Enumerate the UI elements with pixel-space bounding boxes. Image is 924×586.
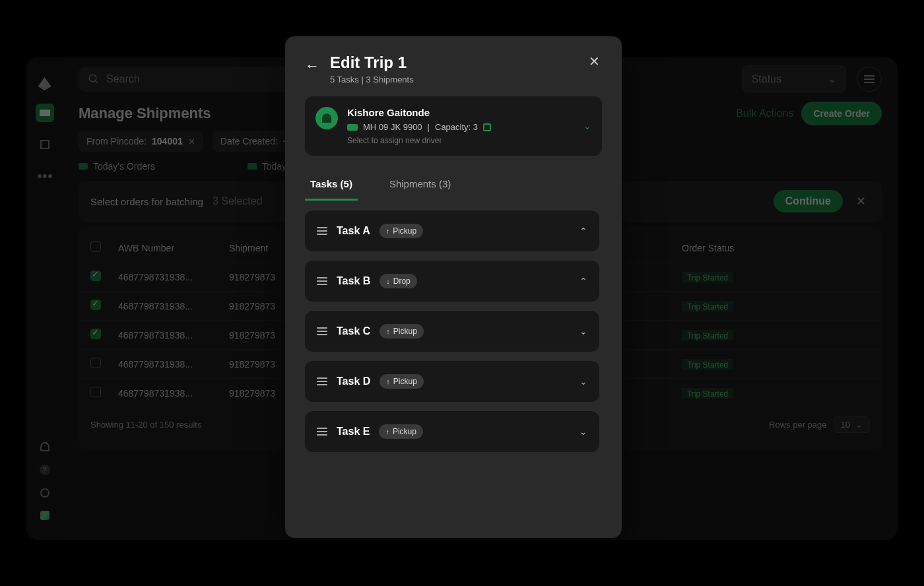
driver-name: Kishore Gaitonde: [347, 107, 574, 118]
tasks-list: Task A↑Pickup⌃Task B↓Drop⌃Task C↑Pickup⌄…: [305, 211, 602, 452]
cube-icon: [40, 140, 50, 149]
task-type-badge: ↑Pickup: [379, 424, 423, 439]
close-button[interactable]: ✕: [586, 53, 602, 69]
status-dropdown[interactable]: Status ⌄: [742, 65, 846, 92]
package-icon: [483, 123, 491, 131]
batch-label: Select orders for batching: [90, 196, 203, 207]
chevron-down-icon[interactable]: ⌄: [579, 376, 587, 387]
status-badge: Trip Started: [682, 301, 733, 311]
cell-awb: 4687798731938...: [118, 359, 217, 370]
status-badge: Trip Started: [682, 359, 733, 370]
close-icon[interactable]: ✕: [188, 137, 195, 146]
filter-label: From Pincode:: [86, 136, 147, 146]
modal-header: ← Edit Trip 1 5 Tasks | 3 Shipments ✕: [305, 53, 602, 84]
search-icon: [88, 73, 100, 85]
filter-value: 104001: [152, 136, 183, 146]
status-badge: Trip Started: [682, 330, 733, 341]
nav-shipments[interactable]: [36, 104, 54, 122]
nav-inventory[interactable]: [36, 135, 54, 154]
bell-icon[interactable]: [40, 442, 50, 451]
bulk-actions-link[interactable]: Bulk Actions: [736, 108, 793, 119]
help-icon[interactable]: ?: [40, 465, 50, 475]
box-icon: [79, 163, 88, 170]
driver-card[interactable]: Kishore Gaitonde MH 09 JK 9900 | Capacit…: [305, 96, 602, 156]
drag-handle-icon[interactable]: [317, 327, 327, 335]
cell-awb: 4687798731938...: [118, 330, 217, 341]
chevron-down-icon[interactable]: ⌄: [579, 326, 587, 337]
task-card[interactable]: Task E↑Pickup⌄: [305, 411, 599, 452]
task-card[interactable]: Task A↑Pickup⌃: [305, 211, 599, 251]
rpp-dropdown[interactable]: 10⌄: [834, 416, 870, 433]
svg-line-1: [95, 81, 98, 83]
logo-icon: [38, 77, 51, 90]
arrow-icon: ↑: [386, 327, 390, 335]
avatar-icon: [315, 107, 338, 129]
task-name: Task E: [337, 426, 370, 438]
driver-meta: MH 09 JK 9900 | Capacity: 3: [347, 122, 574, 132]
continue-button[interactable]: Continue: [774, 190, 843, 212]
batch-selected: 3 Selected: [213, 195, 263, 207]
tab-todays-orders-1[interactable]: Today's Orders: [79, 161, 155, 172]
row-checkbox[interactable]: [90, 300, 101, 310]
chevron-down-icon: ⌄: [583, 121, 591, 131]
close-icon[interactable]: ✕: [852, 194, 870, 209]
create-order-button[interactable]: Create Order: [801, 102, 882, 125]
rpp-label: Rows per page: [769, 420, 826, 430]
status-badge: Trip Started: [682, 388, 733, 399]
nav-users[interactable]: [36, 167, 54, 185]
row-checkbox[interactable]: [90, 329, 101, 339]
arrow-icon: ↑: [386, 377, 390, 385]
modal-subtitle: 5 Tasks | 3 Shipments: [330, 75, 414, 84]
row-checkbox[interactable]: [90, 358, 101, 368]
driver-hint: Select to assign new driver: [347, 136, 574, 145]
chevron-down-icon: ⌄: [828, 73, 836, 85]
edit-trip-modal: ← Edit Trip 1 5 Tasks | 3 Shipments ✕ Ki…: [285, 36, 622, 538]
back-button[interactable]: ←: [305, 57, 319, 75]
modal-tabs: Tasks (5) Shipments (3): [305, 169, 602, 201]
chevron-down-icon: ⌄: [855, 420, 863, 430]
task-card[interactable]: Task C↑Pickup⌄: [305, 311, 599, 352]
pagination-info: Showing 11-20 of 150 results: [90, 420, 201, 430]
gear-icon[interactable]: [40, 488, 50, 498]
row-checkbox[interactable]: [90, 271, 101, 281]
chevron-up-icon[interactable]: ⌃: [579, 226, 587, 236]
truck-icon: [347, 124, 358, 131]
drag-handle-icon[interactable]: [317, 227, 327, 235]
task-card[interactable]: Task D↑Pickup⌄: [305, 361, 599, 402]
menu-button[interactable]: [857, 67, 882, 92]
drag-handle-icon[interactable]: [317, 277, 327, 285]
sidebar: ?: [26, 57, 63, 540]
page-title: Manage Shipments: [79, 105, 211, 122]
row-checkbox[interactable]: [90, 387, 101, 397]
status-label: Status: [752, 73, 781, 85]
task-card[interactable]: Task B↓Drop⌃: [305, 261, 599, 302]
task-type-badge: ↓Drop: [380, 274, 417, 288]
cell-awb: 4687798731938...: [118, 388, 217, 399]
drag-handle-icon[interactable]: [317, 377, 327, 385]
select-all-checkbox[interactable]: [90, 242, 101, 252]
drag-handle-icon[interactable]: [317, 428, 327, 436]
th-awb[interactable]: AWB Number: [118, 243, 217, 253]
chevron-down-icon[interactable]: ⌄: [579, 426, 587, 437]
task-type-badge: ↑Pickup: [380, 324, 424, 339]
filter-label: Date Created:: [220, 136, 278, 146]
cell-awb: 4687798731938...: [118, 301, 217, 311]
cell-awb: 4687798731938...: [118, 272, 217, 282]
vehicle-number: MH 09 JK 9900: [363, 122, 422, 132]
th-status[interactable]: Order Status: [682, 243, 774, 253]
arrow-icon: ↓: [386, 277, 390, 285]
chevron-up-icon[interactable]: ⌃: [579, 276, 587, 286]
tab-shipments[interactable]: Shipments (3): [384, 169, 456, 201]
theme-icon[interactable]: [40, 511, 50, 520]
filter-from-pincode[interactable]: From Pincode: 104001 ✕: [79, 131, 203, 152]
capacity: Capacity: 3: [435, 122, 478, 132]
task-name: Task B: [337, 275, 370, 287]
task-type-badge: ↑Pickup: [380, 224, 424, 238]
people-icon: [38, 174, 52, 178]
tab-label: Today's Orders: [93, 161, 155, 172]
modal-title: Edit Trip 1: [330, 53, 414, 72]
tab-tasks[interactable]: Tasks (5): [305, 169, 358, 201]
task-name: Task D: [337, 375, 370, 387]
rows-per-page: Rows per page 10⌄: [769, 416, 870, 433]
arrow-icon: ↑: [386, 227, 390, 235]
